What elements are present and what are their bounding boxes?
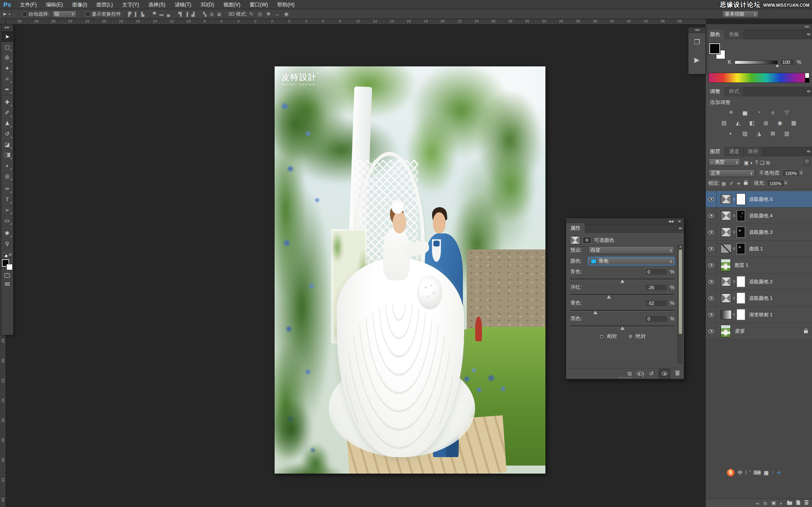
close-icon[interactable]: ✕ (678, 219, 681, 224)
eye-icon[interactable] (708, 247, 714, 251)
scrollbar-thumb[interactable] (679, 249, 682, 334)
layer-thumbnail[interactable] (721, 259, 731, 271)
adjustment-thumbnail[interactable] (721, 227, 732, 237)
adjustment-thumbnail[interactable] (721, 293, 732, 303)
show-transform-checkbox[interactable] (85, 12, 90, 16)
menu-item-7[interactable]: 3D(D) (196, 2, 219, 8)
tab-layers[interactable]: 图层 (706, 147, 725, 156)
menu-item-3[interactable]: 图层(L) (92, 2, 118, 8)
posterize-icon[interactable]: ▨ (740, 129, 750, 137)
collapse-icon[interactable]: ◀◀ (668, 219, 673, 223)
layer-name[interactable]: 图层 1 (735, 262, 749, 269)
new-layer[interactable] (796, 500, 800, 506)
curves-icon[interactable]: ◔ (754, 108, 764, 116)
blend-mode-dropdown[interactable]: 正常 ▲▼ (708, 169, 755, 177)
color-spectrum-ramp[interactable] (708, 73, 809, 83)
background-color-swatch[interactable] (6, 264, 13, 270)
lasso-tool[interactable]: ✇ (2, 52, 13, 63)
clone-source-panel[interactable]: ❐ (688, 33, 705, 51)
layer-name[interactable]: 选取颜色 2 (749, 279, 773, 285)
lock-button-1[interactable]: ✐ (729, 181, 733, 186)
layer-mask-thumbnail[interactable] (737, 227, 745, 238)
align-button-9[interactable]: ▚ (201, 12, 208, 16)
new-adjustment-layer[interactable]: ◐ (780, 501, 783, 506)
layer-row[interactable]: ∞选取颜色 3 (706, 224, 812, 241)
slider-value-input[interactable]: -26 (645, 284, 667, 291)
link-layers[interactable]: ∞ (756, 501, 760, 506)
delete-layer[interactable] (804, 500, 809, 506)
layer-mask-thumbnail[interactable] (737, 293, 745, 304)
slider-thumb-icon[interactable] (593, 311, 597, 314)
tab-adjustments[interactable]: 调整 (706, 87, 725, 96)
horizontal-ruler[interactable]: 3028262422201816141210864202468101214161… (0, 19, 706, 25)
ime-keyboard[interactable]: ⌨ (754, 470, 761, 476)
layer-name[interactable]: 渐变映射 1 (749, 312, 773, 318)
align-button-3[interactable]: ▀ (151, 12, 157, 16)
workspace-switcher[interactable]: 基本功能 ▲▼ (722, 11, 759, 18)
invert-icon[interactable]: ◐ (726, 129, 736, 137)
slider-value-input[interactable]: -52 (645, 300, 667, 307)
align-button-1[interactable]: ▌ (133, 12, 139, 16)
visibility-cell[interactable] (706, 224, 717, 240)
levels-icon[interactable]: ▅ (740, 108, 750, 116)
panel-menu-icon[interactable]: ▾≡ (807, 149, 810, 153)
align-button-11[interactable]: ▦ (215, 12, 223, 16)
adjustment-thumbnail[interactable] (721, 277, 732, 286)
slider-value-input[interactable]: 0 (645, 315, 667, 322)
opacity-input[interactable]: 100% ▼ (782, 170, 804, 177)
ime-moon[interactable]: ʲ (746, 470, 746, 476)
eraser-tool[interactable]: ◪ (2, 139, 13, 150)
slider-thumb-icon[interactable] (607, 295, 611, 299)
menu-item-2[interactable]: 图像(I) (68, 2, 92, 8)
layer-mask-thumbnail[interactable] (737, 309, 745, 320)
layer-row[interactable]: ∞曲线 1 (706, 241, 812, 257)
preset-dropdown[interactable]: 自定 ▲▼ (588, 246, 674, 254)
panel-menu-icon[interactable]: ▾≡ (679, 226, 682, 230)
visibility-cell[interactable] (706, 191, 717, 207)
mode3d-button-0[interactable]: ↻ (247, 11, 256, 17)
ime-chinese[interactable]: 中 (738, 469, 743, 477)
move-tool[interactable]: ➤ (2, 31, 13, 42)
align-button-10[interactable]: ▥ (208, 12, 215, 16)
layer-style[interactable]: fx (763, 501, 767, 506)
relative-radio[interactable]: 相对 (599, 333, 617, 340)
tools-collapse-button[interactable]: ▶▶ (1, 25, 13, 30)
mode3d-button-1[interactable]: ◎ (256, 11, 264, 17)
layer-row[interactable]: ∞选取颜色 2 (706, 274, 812, 290)
clone-stamp-tool[interactable]: ♟ (2, 118, 13, 129)
align-button-5[interactable]: ▄ (165, 12, 171, 16)
toggle-visibility-icon[interactable] (659, 369, 670, 378)
visibility-cell[interactable] (706, 241, 717, 257)
adjustment-thumbnail[interactable] (721, 195, 732, 204)
brightness-contrast-icon[interactable]: ☀ (726, 108, 736, 116)
hue-saturation-icon[interactable]: ▤ (719, 119, 729, 127)
filter-kind-dropdown[interactable]: ⌕ 类型 ▲▼ (708, 158, 740, 166)
layer-mask-thumbnail[interactable] (737, 276, 745, 287)
crop-tool[interactable]: ⌗ (2, 74, 13, 84)
eye-icon[interactable] (708, 313, 714, 317)
eyedropper-tool[interactable]: ✒ (2, 84, 13, 95)
panel-menu-icon[interactable]: ▾≡ (807, 89, 810, 93)
layer-name[interactable]: 曲线 1 (749, 246, 763, 252)
eye-icon[interactable] (708, 296, 714, 300)
visibility-cell[interactable] (706, 257, 717, 273)
menu-item-0[interactable]: 文件(F) (15, 2, 41, 8)
layer-row[interactable]: 图层 1 (706, 257, 812, 274)
align-button-7[interactable]: ▐ (183, 12, 190, 16)
quick-selection-tool[interactable]: ✦ (2, 63, 13, 74)
channel-mixer-icon[interactable]: ◉ (775, 119, 785, 127)
history-brush-tool[interactable]: ↺ (2, 129, 13, 139)
eye-icon[interactable] (708, 280, 714, 284)
menu-item-9[interactable]: 窗口(W) (245, 2, 273, 8)
gradient-map-icon[interactable]: ▥ (782, 129, 792, 137)
filter-type-button-1[interactable]: ◐ (749, 160, 754, 166)
eye-icon[interactable] (708, 230, 714, 234)
slider-value-input[interactable]: 0 (645, 269, 667, 275)
ime-tools[interactable]: ✛ (777, 470, 781, 476)
strip-collapse-button[interactable]: ◀◀ (688, 27, 705, 33)
actions-panel[interactable]: ▶ (688, 51, 705, 69)
dock-collapse-button[interactable]: ▶▶ (706, 24, 812, 30)
scroll-up-icon[interactable]: ▲ (678, 244, 683, 249)
shape-tool[interactable]: ▭ (2, 215, 13, 226)
marquee-tool[interactable]: ▢ (2, 42, 13, 52)
